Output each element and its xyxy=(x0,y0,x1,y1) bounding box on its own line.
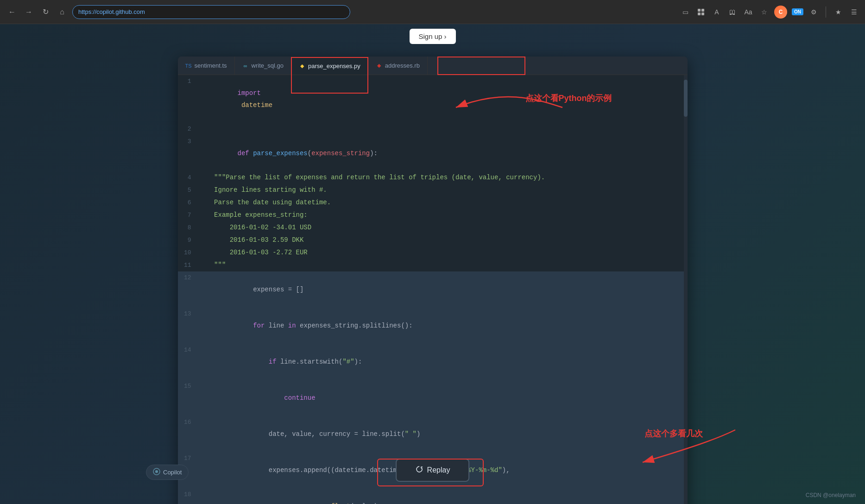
browser-chrome: ← → ↻ ⌂ ▭ A 🕮 Aa ☆ C ON ⚙ ★ ☰ xyxy=(0,0,865,24)
line-num-10: 10 xyxy=(178,247,199,259)
tab-sentiment-label: sentiment.ts xyxy=(195,62,227,69)
line-content-14: if line.startswith("#"): xyxy=(199,344,688,380)
forward-button[interactable]: → xyxy=(22,6,35,19)
favorites-icon[interactable]: ☆ xyxy=(758,6,770,18)
line-num-15: 15 xyxy=(178,380,199,392)
svg-rect-3 xyxy=(701,13,704,15)
code-line-12: 12 expenses = [] xyxy=(178,271,688,308)
code-line-6: 6 Parse the date using datetime. xyxy=(178,196,688,209)
read-icon[interactable]: 🕮 xyxy=(727,6,738,18)
plain-splitlines: expenses_string.splitlines(): xyxy=(296,322,413,329)
line-num-17: 17 xyxy=(178,453,199,465)
str-space: " " xyxy=(405,430,417,438)
code-line-15: 15 continue xyxy=(178,380,688,416)
spaces xyxy=(238,466,269,474)
line-content-16: date, value, currency = line.split(" ") xyxy=(199,416,688,452)
line-content-6: Parse the date using datetime. xyxy=(199,196,688,208)
editor-panel: TS sentiment.ts ∞ write_sql.go ◆ parse_e… xyxy=(178,57,688,504)
tab-sentiment[interactable]: TS sentiment.ts xyxy=(178,57,235,75)
translate-icon[interactable]: A xyxy=(711,6,722,18)
code-line-2: 2 xyxy=(178,123,688,135)
favorites-bar-icon[interactable]: ★ xyxy=(833,6,844,18)
settings-icon[interactable]: ⚙ xyxy=(808,6,819,18)
line-num-8: 8 xyxy=(178,222,199,234)
scrollbar-thumb[interactable] xyxy=(684,80,688,117)
refresh-button[interactable]: ↻ xyxy=(39,6,52,19)
line-content-11: """ xyxy=(199,259,688,271)
paren-open: ( xyxy=(308,150,311,157)
code-line-1: 1 import datetime xyxy=(178,75,688,123)
on-badge: ON xyxy=(792,8,803,15)
tab-parse-expenses-label: parse_expenses.py xyxy=(308,63,360,69)
spaces xyxy=(238,286,253,293)
line-content-1: import datetime xyxy=(199,75,688,123)
copilot-button[interactable]: Copilot xyxy=(146,465,189,480)
date-value-currency: date, value, currency = line.split( xyxy=(269,430,405,438)
browser-toolbar: ▭ A 🕮 Aa ☆ C ON ⚙ ★ ☰ xyxy=(680,6,859,19)
plain-paren: ): xyxy=(354,358,362,365)
editor-tabs: TS sentiment.ts ∞ write_sql.go ◆ parse_e… xyxy=(178,57,688,75)
line-num-11: 11 xyxy=(178,259,199,271)
avatar[interactable]: C xyxy=(774,6,787,19)
code-line-14: 14 if line.startswith("#"): xyxy=(178,344,688,380)
line-content-7: Example expenses_string: xyxy=(199,209,688,221)
plain-close: ) xyxy=(417,430,420,438)
main-content: Sign up › TS sentiment.ts ∞ write_sql.go… xyxy=(0,24,865,504)
line-content-4: """Parse the list of expenses and return… xyxy=(199,171,688,183)
py-icon: ◆ xyxy=(299,63,305,69)
code-line-8: 8 2016-01-02 -34.01 USD xyxy=(178,221,688,234)
line-content-15: continue xyxy=(199,380,688,416)
code-line-7: 7 Example expenses_string: xyxy=(178,209,688,221)
line-num-3: 3 xyxy=(178,136,199,148)
svg-rect-0 xyxy=(698,9,701,12)
line-content-8: 2016-01-02 -34.01 USD xyxy=(199,221,688,233)
spaces xyxy=(238,430,269,438)
code-area: 1 import datetime 2 3 def parse_expenses… xyxy=(178,75,688,504)
csdn-watermark: CSDN @onelayman xyxy=(806,492,856,498)
code-line-18: 18 float(value), xyxy=(178,488,688,504)
home-button[interactable]: ⌂ xyxy=(56,6,69,19)
line-content-3: def parse_expenses(expenses_string): xyxy=(199,135,688,171)
kw-for: for xyxy=(253,322,265,329)
svg-point-5 xyxy=(155,470,158,473)
fn-parse-expenses: parse_expenses xyxy=(253,150,308,157)
kw-continue: continue xyxy=(284,394,315,402)
code-line-11: 11 """ xyxy=(178,259,688,271)
line-num-18: 18 xyxy=(178,489,199,501)
code-line-4: 4 """Parse the list of expenses and retu… xyxy=(178,171,688,184)
signup-button[interactable]: Sign up › xyxy=(409,29,455,44)
tab-parse-expenses[interactable]: ◆ parse_expenses.py xyxy=(291,57,368,75)
line-num-6: 6 xyxy=(178,197,199,209)
code-line-3: 3 def parse_expenses(expenses_string): xyxy=(178,135,688,171)
str-hash: "#" xyxy=(342,358,354,365)
code-line-9: 9 2016-01-03 2.59 DKK xyxy=(178,234,688,246)
line-num-7: 7 xyxy=(178,209,199,221)
svg-rect-1 xyxy=(701,9,704,12)
tab-addresses[interactable]: ◆ addresses.rb xyxy=(368,57,428,75)
replay-button[interactable]: Replay xyxy=(396,459,470,482)
collections-icon[interactable]: ☰ xyxy=(848,6,859,18)
extensions-icon[interactable] xyxy=(695,6,707,18)
address-bar[interactable] xyxy=(72,5,350,19)
screen-icon[interactable]: ▭ xyxy=(680,6,691,18)
tab-write-sql[interactable]: ∞ write_sql.go xyxy=(235,57,291,75)
scrollbar-track[interactable] xyxy=(684,75,688,504)
replay-icon xyxy=(415,465,423,475)
language-icon[interactable]: Aa xyxy=(743,6,754,18)
copilot-label: Copilot xyxy=(163,469,182,476)
line-content-12: expenses = [] xyxy=(199,271,688,308)
toolbar-divider xyxy=(826,6,826,18)
plain-comma: ), xyxy=(502,466,510,474)
paren-close: ): xyxy=(370,150,378,157)
line-num-13: 13 xyxy=(178,308,199,320)
back-button[interactable]: ← xyxy=(6,6,19,19)
kw-def: def xyxy=(238,150,253,157)
code-line-16: 16 date, value, currency = line.split(" … xyxy=(178,416,688,452)
code-line-5: 5 Ignore lines starting with #. xyxy=(178,184,688,196)
replay-label: Replay xyxy=(427,466,450,474)
var-expenses: expenses = [] xyxy=(253,286,303,293)
kw-if: if xyxy=(269,358,277,365)
spaces xyxy=(238,322,253,329)
line-content-10: 2016-01-03 -2.72 EUR xyxy=(199,246,688,258)
ts-icon: TS xyxy=(185,63,192,69)
